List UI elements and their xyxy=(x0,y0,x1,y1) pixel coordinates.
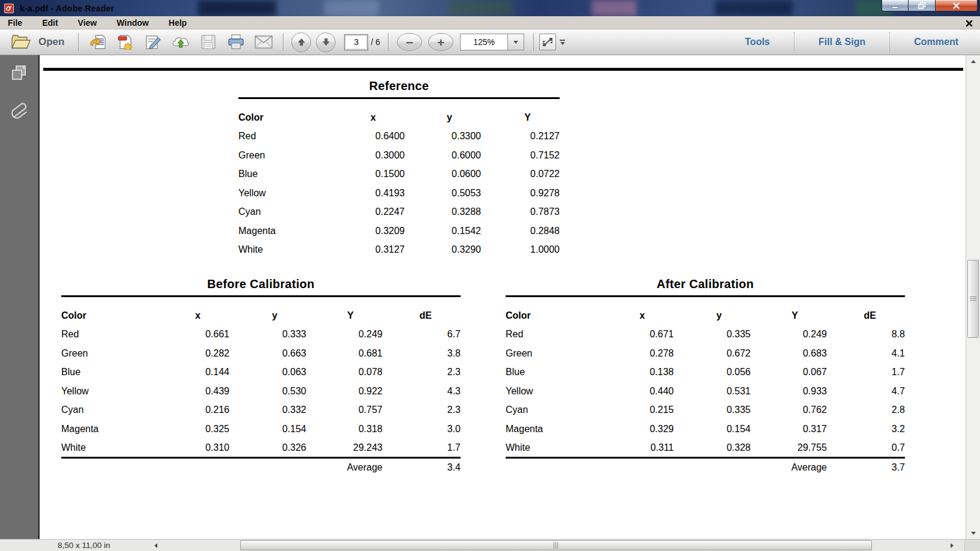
scroll-right-button[interactable] xyxy=(946,541,957,550)
fit-width-button[interactable] xyxy=(539,34,556,50)
value-cell: 0.530 xyxy=(229,382,306,401)
reference-table-block: Reference Color x y Y Red0.64000.33000.2… xyxy=(238,79,560,259)
horizontal-scrollbar-thumb[interactable] xyxy=(240,540,872,550)
value-cell: 0.282 xyxy=(145,344,229,363)
value-cell: 0.531 xyxy=(674,382,751,401)
color-name-cell: Cyan xyxy=(506,401,590,420)
menu-window[interactable]: Window xyxy=(116,18,149,28)
menu-help[interactable]: Help xyxy=(169,18,187,28)
value-cell: 0.3290 xyxy=(405,241,481,260)
pdf-app-icon xyxy=(4,4,15,13)
table-row: Green0.2780.6720.6834.1 xyxy=(506,344,905,363)
create-pdf-button[interactable] xyxy=(112,31,139,53)
page-thumbnails-button[interactable] xyxy=(7,61,31,85)
chevron-down-icon xyxy=(513,41,518,44)
color-name-cell: Cyan xyxy=(238,203,319,222)
sign-document-button[interactable] xyxy=(139,31,167,53)
value-cell: 0.328 xyxy=(674,439,751,458)
color-name-cell: Green xyxy=(506,344,590,363)
column-header: x xyxy=(145,306,229,325)
create-pdf-icon xyxy=(118,34,133,50)
print-button[interactable] xyxy=(222,31,250,53)
value-cell: 0.1500 xyxy=(319,165,405,184)
open-folder-icon xyxy=(11,34,31,50)
menu-bar: File Edit View Window Help xyxy=(0,16,980,29)
page-total-label: / 6 xyxy=(371,37,380,47)
color-name-cell: White xyxy=(238,241,319,260)
page-size-label: 8,50 x 11,00 in xyxy=(58,541,110,550)
value-cell: 3.2 xyxy=(827,420,905,439)
table-row: Yellow0.4390.5300.9224.3 xyxy=(61,382,461,401)
table-row: Yellow0.4400.5310.9334.7 xyxy=(506,382,905,401)
value-cell: 0.439 xyxy=(145,382,229,401)
zoom-in-button[interactable]: + xyxy=(428,33,453,51)
color-name-cell: Red xyxy=(506,325,590,345)
scroll-down-button[interactable] xyxy=(966,528,980,538)
restore-button[interactable] xyxy=(909,0,935,11)
save-button[interactable] xyxy=(195,31,222,53)
column-header: Color xyxy=(506,306,590,325)
toolbar-separator xyxy=(388,33,389,51)
before-calibration-block: Before Calibration Color x y Y dE Red0.6… xyxy=(61,277,461,477)
color-name-cell: Blue xyxy=(61,363,145,382)
menu-file[interactable]: File xyxy=(8,18,22,28)
value-cell: 0.762 xyxy=(751,401,827,420)
value-cell: 0.3209 xyxy=(319,221,405,241)
send-document-button[interactable] xyxy=(84,31,112,53)
column-header: Y xyxy=(481,108,560,127)
zoom-dropdown-button[interactable] xyxy=(507,34,524,50)
vertical-scrollbar-thumb[interactable] xyxy=(967,260,979,338)
zoom-out-button[interactable]: − xyxy=(397,33,422,51)
next-page-button[interactable] xyxy=(316,32,336,52)
value-cell: 0.333 xyxy=(229,325,306,345)
table-row: Cyan0.2150.3350.7622.8 xyxy=(506,401,905,420)
table-row: Red0.64000.33000.2127 xyxy=(238,127,560,146)
scroll-up-button[interactable] xyxy=(966,56,980,66)
after-calibration-block: After Calibration Color x y Y dE Red0.67… xyxy=(506,277,905,477)
minimize-button[interactable] xyxy=(882,0,909,11)
dotted-separator xyxy=(889,32,890,52)
zoom-level-control: 125% xyxy=(460,34,524,50)
average-row: Average 3.4 xyxy=(61,457,461,477)
tab-fill-sign[interactable]: Fill & Sign xyxy=(803,33,881,51)
page-up-icon xyxy=(297,37,306,47)
page-header-rule xyxy=(43,68,963,71)
table-row: Magenta0.3290.1540.3173.2 xyxy=(506,420,905,439)
table-row: Yellow0.41930.50530.9278 xyxy=(238,184,560,203)
close-document-icon[interactable] xyxy=(966,19,973,29)
value-cell: 0.663 xyxy=(229,344,306,363)
open-button[interactable]: Open xyxy=(8,32,73,52)
email-button[interactable] xyxy=(250,31,277,53)
value-cell: 0.3300 xyxy=(405,127,481,146)
cloud-upload-button[interactable] xyxy=(167,31,195,53)
table-row: Magenta0.32090.15420.2848 xyxy=(238,221,560,241)
close-button[interactable] xyxy=(935,0,978,11)
tab-tools[interactable]: Tools xyxy=(730,33,785,51)
color-name-cell: Red xyxy=(238,127,319,146)
color-name-cell: Yellow xyxy=(61,382,145,401)
value-cell: 0.317 xyxy=(751,420,827,439)
value-cell: 0.278 xyxy=(590,344,674,363)
page-thumbnails-icon xyxy=(10,64,29,83)
before-calibration-table: Color x y Y dE Red0.6610.3330.2496.7Gree… xyxy=(61,306,461,477)
attachments-button[interactable] xyxy=(7,98,31,122)
menu-view[interactable]: View xyxy=(78,18,97,28)
value-cell: 0.329 xyxy=(590,420,674,439)
value-cell: 4.3 xyxy=(383,382,461,401)
scroll-left-button[interactable] xyxy=(150,541,161,550)
zoom-level-value[interactable]: 125% xyxy=(461,34,507,50)
vertical-scrollbar[interactable] xyxy=(966,55,980,539)
page-number-input[interactable] xyxy=(344,34,368,50)
menu-edit[interactable]: Edit xyxy=(42,18,58,28)
previous-page-button[interactable] xyxy=(291,32,311,52)
value-cell: 0.2127 xyxy=(481,127,560,146)
value-cell: 0.0722 xyxy=(481,165,560,184)
value-cell: 6.7 xyxy=(383,325,461,345)
quick-tools-dropdown[interactable] xyxy=(560,40,565,45)
titlebar-glass-blob xyxy=(324,0,378,16)
value-cell: 0.215 xyxy=(590,401,674,420)
adobe-reader-window: k-a.pdf - Adobe Reader File Edit View Wi… xyxy=(0,0,980,551)
table-header-row: Color x y Y dE xyxy=(61,306,461,325)
value-cell: 0.078 xyxy=(306,363,383,382)
tab-comment[interactable]: Comment xyxy=(898,33,974,51)
